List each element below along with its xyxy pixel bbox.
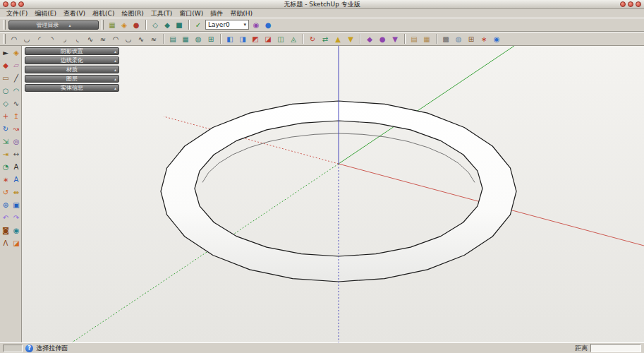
follow-me-tool-icon[interactable]: ↝ — [11, 124, 21, 134]
intersect-icon[interactable]: ◫ — [275, 33, 286, 44]
select-tool-icon[interactable]: ► — [1, 48, 11, 58]
push-pull-tool-icon[interactable]: ↥ — [11, 112, 21, 121]
menu-tools[interactable]: 工具(T) — [147, 9, 176, 18]
toolbar-grip[interactable] — [4, 20, 6, 30]
globe-icon[interactable]: ◉ — [491, 33, 502, 44]
arc-tool-icon[interactable]: ◠ — [11, 86, 21, 96]
curve-tool-12[interactable]: ≈ — [148, 33, 159, 44]
subtract-icon[interactable]: ◩ — [250, 33, 261, 44]
styles-browser-icon[interactable]: ▦ — [107, 19, 118, 30]
menu-camera[interactable]: 相机(C) — [89, 9, 118, 18]
minimize-button[interactable] — [620, 1, 626, 7]
line-tool-icon[interactable]: ╱ — [11, 73, 21, 83]
curve-tool-6[interactable]: ◟ — [72, 33, 83, 44]
materials-browser-icon[interactable]: ● — [130, 19, 142, 30]
drawing-canvas[interactable]: 阴影设置▴边线柔化▴材质▴图层▴实体信息▴ — [22, 46, 644, 342]
rotate-tool-icon[interactable]: ↻ — [1, 124, 11, 134]
rectangle-tool-icon[interactable]: ▭ — [1, 73, 11, 83]
orbit-tool-icon[interactable]: ↺ — [1, 188, 11, 198]
offset-tool-icon[interactable]: ◎ — [11, 137, 21, 147]
tray-panel-shadow-settings[interactable]: 阴影设置▴ — [25, 47, 119, 55]
look-around-icon[interactable]: ◉ — [11, 226, 21, 236]
orbit-nav-icon[interactable]: ↻ — [307, 33, 318, 44]
next-view-icon[interactable]: ↷ — [11, 213, 21, 223]
menu-plugins[interactable]: 插件 — [207, 9, 226, 18]
tape-measure-icon[interactable]: ⇥ — [1, 150, 11, 160]
curve-tool-8[interactable]: ≈ — [97, 33, 109, 44]
paint-bucket-icon[interactable]: ◆ — [1, 61, 11, 71]
toolbar-grip[interactable] — [102, 20, 104, 30]
collapse-arrow-icon[interactable]: ▴ — [114, 49, 116, 54]
freehand-tool-icon[interactable]: ∿ — [11, 99, 21, 109]
curve-tool-10[interactable]: ◡ — [123, 33, 134, 44]
curve-tool-5[interactable]: ◞ — [59, 33, 71, 44]
tray-panel-soften-edges[interactable]: 边线柔化▴ — [25, 56, 119, 64]
stamp-icon[interactable]: ⊞ — [205, 33, 217, 44]
shadow-toggle-icon[interactable]: ▩ — [440, 33, 451, 44]
window-control-icon[interactable] — [18, 1, 24, 7]
smoove-icon[interactable]: ◍ — [193, 33, 204, 44]
circle-tool-icon[interactable]: ○ — [1, 86, 11, 96]
menu-window[interactable]: 窗口(W) — [176, 9, 207, 18]
menu-file[interactable]: 文件(F) — [3, 9, 31, 18]
position-camera-icon[interactable]: ◙ — [1, 226, 11, 236]
menu-help[interactable]: 帮助(H) — [226, 9, 256, 18]
sphere-tool-icon[interactable]: ● — [262, 19, 274, 30]
zoom-in-icon[interactable]: ▲ — [332, 33, 344, 44]
axes-tool-icon[interactable]: ∗ — [1, 175, 11, 185]
window-control-icon[interactable] — [3, 1, 8, 7]
walk-tool-icon[interactable]: Λ — [1, 239, 11, 249]
menu-view[interactable]: 查看(V) — [60, 9, 89, 18]
zoom-extents-icon[interactable]: ▣ — [11, 201, 21, 210]
layer-visibility-icon[interactable]: ✓ — [193, 19, 204, 30]
help-icon[interactable]: ? — [25, 345, 33, 352]
polygon-tool-icon[interactable]: ◇ — [1, 99, 11, 109]
curve-tool-2[interactable]: ◡ — [21, 33, 32, 44]
trim-icon[interactable]: ◪ — [262, 33, 274, 44]
protractor-tool-icon[interactable]: ◔ — [1, 162, 11, 172]
eraser-icon[interactable]: ▱ — [11, 61, 21, 71]
shaded-mode-icon[interactable]: ◆ — [162, 19, 173, 30]
textured-mode-icon[interactable]: ■ — [174, 19, 185, 30]
move-tool-icon[interactable]: + — [1, 112, 11, 121]
outer-shell-icon[interactable]: ◧ — [224, 33, 236, 44]
manage-catalog-button[interactable]: 管理目录 ▴ — [8, 20, 99, 30]
fog-toggle-icon[interactable]: ◍ — [453, 33, 464, 44]
sandbox-from-contours-icon[interactable]: ▤ — [167, 33, 178, 44]
tray-panel-layers[interactable]: 图层▴ — [25, 75, 119, 83]
smooth-normals-icon[interactable]: ● — [377, 33, 388, 44]
tray-panel-materials[interactable]: 材质▴ — [25, 66, 119, 73]
dimension-tool-icon[interactable]: ↔ — [11, 150, 21, 160]
maximize-button[interactable] — [628, 1, 633, 7]
previous-view-icon[interactable]: ↶ — [1, 213, 11, 223]
section-plane-icon[interactable]: ◪ — [11, 239, 21, 249]
texture-box-icon[interactable]: ▤ — [408, 33, 420, 44]
scale-tool-icon[interactable]: ⇲ — [1, 137, 11, 147]
xray-mode-icon[interactable]: ◇ — [150, 19, 161, 30]
zoom-tool-icon[interactable]: ⊕ — [1, 201, 11, 210]
menu-draw[interactable]: 绘图(R) — [118, 9, 147, 18]
close-button[interactable] — [636, 1, 641, 7]
curve-tool-11[interactable]: ∿ — [135, 33, 147, 44]
unsoften-icon[interactable]: ▼ — [389, 33, 401, 44]
toolbar-grip[interactable] — [4, 34, 6, 44]
curve-tool-7[interactable]: ∿ — [85, 33, 96, 44]
layer-color-wheel-icon[interactable]: ◉ — [250, 19, 262, 30]
soften-edges-icon[interactable]: ◆ — [364, 33, 375, 44]
texture-grid-icon[interactable]: ▦ — [421, 33, 432, 44]
curve-tool-1[interactable]: ◠ — [8, 33, 20, 44]
curve-tool-9[interactable]: ◠ — [110, 33, 121, 44]
axes-toggle-icon[interactable]: ∗ — [478, 33, 490, 44]
section-display-icon[interactable]: ⊞ — [466, 33, 477, 44]
curve-tool-4[interactable]: ◝ — [47, 33, 58, 44]
pan-nav-icon[interactable]: ⇄ — [320, 33, 331, 44]
measurement-input[interactable] — [590, 344, 641, 352]
window-control-icon[interactable] — [11, 1, 16, 7]
make-component-icon[interactable]: ◈ — [11, 48, 21, 58]
text-tool-icon[interactable]: A — [11, 162, 21, 172]
collapse-arrow-icon[interactable]: ▴ — [114, 76, 116, 81]
menu-edit[interactable]: 编辑(E) — [31, 9, 60, 18]
3d-text-tool-icon[interactable]: A — [11, 175, 21, 185]
sandbox-from-scratch-icon[interactable]: ▦ — [180, 33, 191, 44]
layer-select[interactable]: Layer0 ▾ — [205, 20, 249, 30]
